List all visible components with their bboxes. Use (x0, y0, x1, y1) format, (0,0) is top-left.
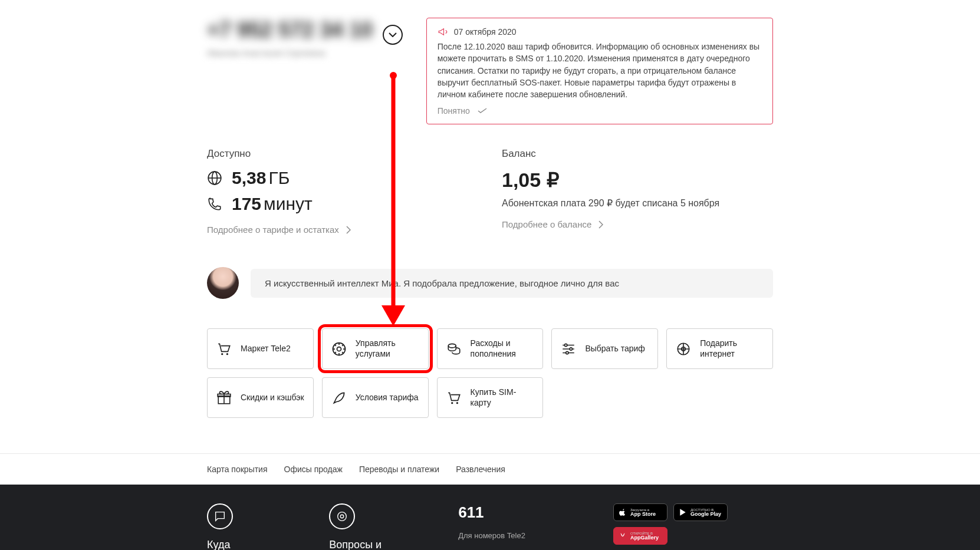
svg-point-10 (566, 351, 568, 354)
tile-gift-internet[interactable]: Подарить интернет (666, 328, 773, 369)
svg-point-18 (341, 515, 344, 519)
svg-point-2 (221, 353, 223, 355)
account-switcher-button[interactable] (383, 25, 403, 45)
svg-point-16 (456, 402, 458, 404)
notice-dismiss[interactable]: Понятно (438, 106, 762, 116)
svg-point-7 (448, 344, 456, 348)
googleplay-badge[interactable]: ДОСТУПНО ВGoogle Play (673, 503, 728, 521)
chat-icon (207, 503, 233, 529)
cart-icon (446, 390, 462, 406)
available-block: Доступно 5,38ГБ 175минут Подробнее о тар… (207, 148, 478, 235)
tile-label: Условия тарифа (356, 393, 419, 403)
footer-link-entertainment[interactable]: Развлечения (456, 465, 505, 474)
chevron-right-icon (346, 226, 351, 234)
tile-choose-tariff[interactable]: Выбрать тариф (551, 328, 658, 369)
balance-note: Абонентская плата 290 ₽ будет списана 5 … (502, 197, 773, 209)
tile-manage-services[interactable]: Управлять услугами (322, 328, 429, 369)
balance-details-link[interactable]: Подробнее о балансе (502, 219, 773, 229)
feather-icon (331, 390, 347, 406)
dark-footer: Куда обратиться Вопросы и ответы 611 Для… (0, 485, 980, 550)
short-phone-sub: Для номеров Tele2 (458, 531, 566, 540)
chevron-down-icon (389, 32, 397, 37)
coins-icon (446, 341, 462, 357)
tile-label: Маркет Tele2 (241, 344, 291, 354)
gift-icon (216, 390, 232, 406)
phone-number: +7 952 572 34 10 (207, 18, 373, 42)
minutes-amount: 175 (232, 194, 261, 213)
tile-label: Купить SIM-карту (471, 387, 535, 408)
huawei-icon (619, 532, 627, 540)
tile-label: Выбрать тариф (585, 344, 644, 354)
short-phone[interactable]: 611 (458, 503, 566, 522)
apple-icon (619, 508, 627, 516)
tile-cashback[interactable]: Скидки и кэшбэк (207, 377, 314, 418)
svg-point-9 (570, 348, 573, 350)
minutes-unit: минут (264, 194, 313, 213)
footer-contact[interactable]: Куда обратиться (207, 503, 282, 550)
tile-market[interactable]: Маркет Tele2 (207, 328, 314, 369)
store-badges: Загрузите вApp Store ДОСТУПНО ВGoogle Pl… (613, 503, 773, 545)
footer-faq[interactable]: Вопросы и ответы (329, 503, 411, 550)
notice-date: 07 октября 2020 (454, 27, 517, 37)
tile-buy-sim[interactable]: Купить SIM-карту (437, 377, 544, 418)
play-icon (679, 508, 687, 516)
svg-point-8 (565, 344, 567, 346)
balance-label: Баланс (502, 148, 773, 160)
data-amount: 5,38 (232, 168, 266, 187)
data-unit: ГБ (268, 168, 290, 187)
footer-link-payments[interactable]: Переводы и платежи (359, 465, 439, 474)
notice-body: После 12.10.2020 ваш тариф обновится. Ин… (438, 41, 762, 100)
svg-point-6 (337, 347, 341, 351)
mia-assistant[interactable]: Я искусственный интеллект Миа. Я подобра… (207, 267, 773, 299)
tile-label: Подарить интернет (700, 338, 764, 359)
tile-label: Управлять услугами (356, 338, 420, 359)
notice-ok-label: Понятно (438, 106, 470, 116)
svg-point-3 (226, 353, 228, 355)
svg-point-17 (338, 512, 347, 521)
action-tiles: Маркет Tele2 Управлять услугами Расходы … (207, 328, 773, 418)
mia-message: Я искусственный интеллект Миа. Я подобра… (251, 269, 773, 298)
phone-icon (207, 196, 222, 212)
notice-banner: 07 октября 2020 После 12.10.2020 ваш тар… (426, 18, 773, 124)
tile-label: Расходы и пополнения (471, 338, 535, 359)
check-icon (477, 108, 488, 114)
balance-value: 1,05 ₽ (502, 168, 773, 192)
chevron-right-icon (598, 220, 603, 229)
mia-avatar (207, 267, 239, 299)
balance-block: Баланс 1,05 ₽ Абонентская плата 290 ₽ бу… (502, 148, 773, 235)
account-name: Иванова Анастасия Сергеевна (207, 48, 403, 58)
footer-link-offices[interactable]: Офисы продаж (284, 465, 343, 474)
footer-link-coverage[interactable]: Карта покрытия (207, 465, 268, 474)
wheel-icon (331, 341, 347, 357)
appgallery-badge[interactable]: ОТКРОЙТЕ ВAppGallery (613, 527, 667, 545)
sliders-icon (560, 341, 577, 357)
globe-icon (675, 341, 692, 357)
footer-nav: Карта покрытия Офисы продаж Переводы и п… (195, 465, 785, 474)
appstore-badge[interactable]: Загрузите вApp Store (613, 503, 667, 521)
available-label: Доступно (207, 148, 478, 160)
footer-phones: 611 Для номеров Tele2 8 (3522) 613-611 (458, 503, 566, 550)
svg-point-15 (451, 402, 453, 404)
tile-expenses[interactable]: Расходы и пополнения (437, 328, 544, 369)
globe-icon (207, 170, 222, 186)
account-header: +7 952 572 34 10 Иванова Анастасия Серге… (207, 18, 403, 124)
tile-label: Скидки и кэшбэк (241, 393, 304, 403)
cart-icon (216, 341, 232, 357)
tariff-details-link[interactable]: Подробнее о тарифе и остатках (207, 225, 478, 235)
tile-tariff-terms[interactable]: Условия тарифа (322, 377, 429, 418)
target-icon (329, 503, 355, 529)
megaphone-icon (438, 27, 448, 37)
